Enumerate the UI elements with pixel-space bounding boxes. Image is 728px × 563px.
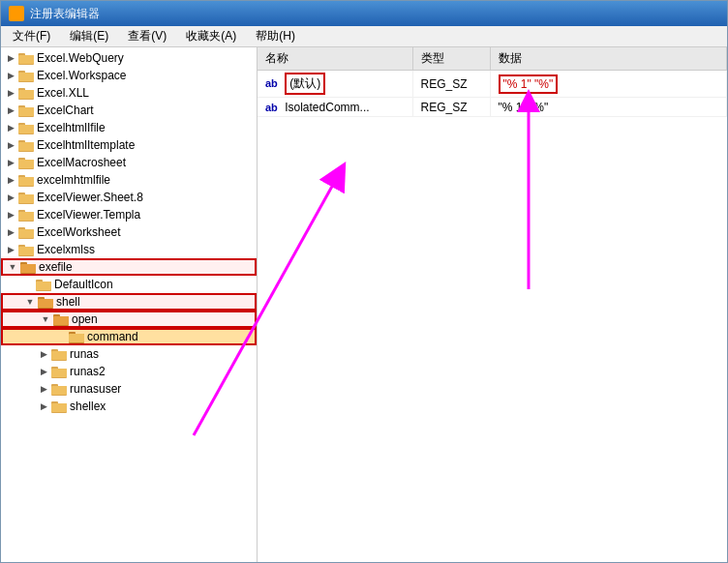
reg-type-isolated: REG_SZ xyxy=(412,98,490,117)
folder-icon-shell xyxy=(38,295,53,309)
tree-item-runasuser[interactable]: ▶ runasuser xyxy=(1,380,257,398)
registry-values-panel: 名称 类型 数据 ab (默认) REG_SZ "% 1" "% xyxy=(258,47,727,562)
svg-rect-36 xyxy=(18,229,34,238)
menu-file[interactable]: 文件(F) xyxy=(5,26,58,46)
expander-workspace[interactable]: ▶ xyxy=(3,68,18,83)
tree-item-shellex[interactable]: ▶ shellex xyxy=(1,398,257,415)
svg-rect-12 xyxy=(18,90,34,99)
svg-rect-66 xyxy=(51,403,67,412)
svg-rect-30 xyxy=(18,194,34,203)
svg-rect-2 xyxy=(10,15,15,20)
expander-mhtmlfile[interactable]: ▶ xyxy=(3,172,18,188)
tree-item-shell[interactable]: ▼ shell xyxy=(1,293,257,311)
menu-edit[interactable]: 编辑(E) xyxy=(62,26,116,46)
tree-item-htmlfile[interactable]: ▶ ExcelhtmlIfile xyxy=(1,119,257,136)
expander-htmlfile[interactable]: ▶ xyxy=(3,120,18,135)
table-row[interactable]: ab (默认) REG_SZ "% 1" "%" xyxy=(258,71,727,98)
folder-icon-webquery xyxy=(18,51,34,65)
expander-shellex[interactable]: ▶ xyxy=(36,399,51,414)
folder-icon-open xyxy=(53,312,69,326)
title-bar: 注册表编辑器 xyxy=(1,1,727,26)
tree-label-runas: runas xyxy=(70,347,99,361)
svg-rect-27 xyxy=(18,177,34,186)
folder-icon-macrosheet xyxy=(18,156,34,169)
reg-name-default[interactable]: ab (默认) xyxy=(258,71,412,98)
content-area: ▶ Excel.WebQuery ▶ Excel.Workspace ▶ xyxy=(1,47,727,562)
svg-rect-57 xyxy=(51,351,67,360)
menu-bar: 文件(F) 编辑(E) 查看(V) 收藏夹(A) 帮助(H) xyxy=(1,26,727,47)
folder-icon-workspace xyxy=(18,69,34,82)
window-title: 注册表编辑器 xyxy=(30,6,100,22)
svg-rect-60 xyxy=(51,369,67,377)
expander-runas2[interactable]: ▶ xyxy=(36,364,51,379)
tree-label-macrosheet: ExcelMacrosheet xyxy=(37,156,126,169)
menu-view[interactable]: 查看(V) xyxy=(120,26,174,46)
expander-webquery[interactable]: ▶ xyxy=(3,50,18,66)
tree-item-worksheet[interactable]: ▶ ExcelWorksheet xyxy=(1,223,257,241)
folder-icon-xll xyxy=(18,86,34,100)
tree-item-workspace[interactable]: ▶ Excel.Workspace xyxy=(1,67,257,84)
expander-exefile[interactable]: ▼ xyxy=(5,259,20,275)
tree-item-macrosheet[interactable]: ▶ ExcelMacrosheet xyxy=(1,154,257,171)
folder-icon-htmltemplate xyxy=(18,138,34,152)
tree-item-chart[interactable]: ▶ ExcelChart xyxy=(1,102,257,119)
tree-item-htmltemplate[interactable]: ▶ ExcelhtmlItemplate xyxy=(1,136,257,154)
tree-item-command[interactable]: ▶ command xyxy=(1,328,257,345)
tree-label-chart: ExcelChart xyxy=(37,104,94,117)
expander-viewer8[interactable]: ▶ xyxy=(3,190,18,205)
expander-shell[interactable]: ▼ xyxy=(22,294,38,310)
menu-favorites[interactable]: 收藏夹(A) xyxy=(178,26,244,46)
tree-item-defaulticon[interactable]: ▶ DefaultIcon xyxy=(1,276,257,293)
tree-label-runasuser: runasuser xyxy=(70,382,121,396)
folder-icon-shellex xyxy=(51,400,67,413)
svg-rect-0 xyxy=(10,7,15,13)
tree-item-webquery[interactable]: ▶ Excel.WebQuery xyxy=(1,49,257,67)
reg-name-default-value: (默认) xyxy=(285,73,325,95)
registry-table: 名称 类型 数据 ab (默认) REG_SZ "% 1" "% xyxy=(258,47,727,117)
expander-xmlss[interactable]: ▶ xyxy=(3,242,18,257)
folder-icon-runas2 xyxy=(51,365,67,378)
tree-item-viewer8[interactable]: ▶ ExcelViewer.Sheet.8 xyxy=(1,189,257,206)
expander-htmltemplate[interactable]: ▶ xyxy=(3,137,18,153)
expander-macrosheet[interactable]: ▶ xyxy=(3,155,18,170)
expander-runasuser[interactable]: ▶ xyxy=(36,381,51,397)
folder-icon-worksheet xyxy=(18,225,34,239)
svg-rect-1 xyxy=(17,7,23,13)
folder-icon-viewertmpl xyxy=(18,208,34,222)
svg-rect-45 xyxy=(36,282,51,290)
tree-label-worksheet: ExcelWorksheet xyxy=(37,225,120,239)
tree-label-mhtmlfile: excelmhtmlfile xyxy=(37,173,110,187)
expander-runas[interactable]: ▶ xyxy=(36,346,51,362)
tree-label-shell: shell xyxy=(56,295,80,309)
tree-item-mhtmlfile[interactable]: ▶ excelmhtmlfile xyxy=(1,171,257,189)
tree-label-viewer8: ExcelViewer.Sheet.8 xyxy=(37,191,143,204)
expander-viewertmpl[interactable]: ▶ xyxy=(3,207,18,222)
tree-label-htmlfile: ExcelhtmlIfile xyxy=(37,121,106,134)
table-row[interactable]: ab IsolatedComm... REG_SZ "% 1" "%" xyxy=(258,98,727,117)
folder-icon-mhtmlfile xyxy=(18,173,34,187)
tree-item-runas[interactable]: ▶ runas xyxy=(1,345,257,363)
svg-rect-18 xyxy=(18,125,34,133)
expander-open[interactable]: ▼ xyxy=(38,311,53,327)
expander-worksheet[interactable]: ▶ xyxy=(3,224,18,240)
reg-data-default: "% 1" "%" xyxy=(490,71,727,98)
tree-label-shellex: shellex xyxy=(70,400,106,413)
tree-item-exefile[interactable]: ▼ exefile xyxy=(1,258,257,276)
tree-item-runas2[interactable]: ▶ runas2 xyxy=(1,363,257,380)
svg-rect-3 xyxy=(17,15,23,20)
tree-item-open[interactable]: ▼ open xyxy=(1,311,257,328)
svg-rect-39 xyxy=(18,247,34,255)
reg-name-isolated[interactable]: ab IsolatedComm... xyxy=(258,98,412,117)
menu-help[interactable]: 帮助(H) xyxy=(248,26,303,46)
tree-item-xmlss[interactable]: ▶ Excelxmlss xyxy=(1,241,257,258)
tree-item-viewertmpl[interactable]: ▶ ExcelViewer.Templa xyxy=(1,206,257,223)
tree-item-xll[interactable]: ▶ Excel.XLL xyxy=(1,84,257,102)
folder-icon-viewer8 xyxy=(18,191,34,204)
expander-xll[interactable]: ▶ xyxy=(3,85,18,101)
folder-icon-chart xyxy=(18,104,34,117)
folder-icon-command xyxy=(69,330,84,343)
col-header-data: 数据 xyxy=(490,47,727,71)
tree-label-exefile: exefile xyxy=(39,260,73,274)
registry-tree[interactable]: ▶ Excel.WebQuery ▶ Excel.Workspace ▶ xyxy=(1,47,258,562)
expander-chart[interactable]: ▶ xyxy=(3,103,18,118)
